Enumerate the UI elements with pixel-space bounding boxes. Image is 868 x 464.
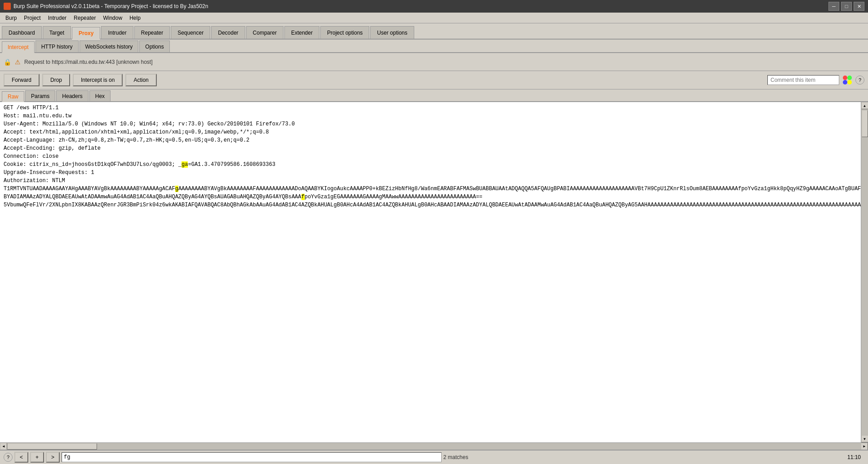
sub-tabs: Intercept HTTP history WebSockets histor… [0, 40, 868, 53]
nav-add-button[interactable]: + [30, 452, 44, 463]
scroll-left-arrow[interactable]: ◀ [0, 443, 7, 450]
menu-project[interactable]: Project [20, 14, 44, 22]
svg-point-2 [843, 80, 847, 85]
h-scroll-track[interactable] [7, 443, 861, 450]
svg-point-0 [843, 76, 847, 80]
svg-point-3 [847, 80, 852, 85]
close-button[interactable]: ✕ [854, 2, 864, 11]
subtab-intercept[interactable]: Intercept [2, 41, 35, 53]
horizontal-scrollbar[interactable]: ◀ ▶ [0, 442, 868, 450]
menu-bar: Burp Project Intruder Repeater Window He… [0, 13, 868, 23]
req-line-7: Connection: close [4, 152, 857, 161]
tab-target[interactable]: Target [43, 26, 71, 39]
minimize-button[interactable]: ─ [828, 2, 839, 11]
tab-project-options[interactable]: Project options [320, 26, 369, 39]
editor-tab-params[interactable]: Params [25, 90, 55, 101]
button-bar: Forward Drop Intercept is on Action ? [0, 71, 868, 89]
status-help-button[interactable]: ? [4, 453, 13, 462]
req-line-3: User-Agent: Mozilla/5.0 (Windows NT 10.0… [4, 120, 857, 128]
tab-dashboard[interactable]: Dashboard [2, 26, 42, 39]
lock-icon: 🔒 [4, 58, 11, 66]
editor-tab-hex[interactable]: Hex [89, 90, 111, 101]
window-controls[interactable]: ─ □ ✕ [828, 2, 864, 11]
tab-decoder[interactable]: Decoder [211, 26, 245, 39]
req-line-6: Accept-Encoding: gzip, deflate [4, 144, 857, 152]
req-line-11: T1RMTVNTUAADAAAAGAAYAHgAAABYAVgBkAAAAAAA… [4, 185, 857, 193]
tab-extender[interactable]: Extender [284, 26, 319, 39]
subtab-websockets-history[interactable]: WebSockets history [80, 40, 139, 52]
nav-prev-button[interactable]: < [14, 452, 28, 463]
tab-proxy[interactable]: Proxy [72, 27, 100, 40]
tab-user-options[interactable]: User options [370, 26, 414, 39]
help-button[interactable]: ? [855, 76, 864, 85]
req-line-13: 5VbumwQFeFlVr/2XNLpbnIX8KABAAzQRenrJGR3B… [4, 201, 857, 209]
window-title: Burp Suite Professional v2.0.11beta - Te… [13, 3, 828, 9]
req-line-8: Cookie: citrix_ns_id=jhoosGstD1kqOF7whD3… [4, 161, 857, 169]
action-button[interactable]: Action [125, 74, 156, 86]
content-area: GET /ews HTTP/1.1 Host: mail.ntu.edu.tw … [0, 102, 868, 442]
request-content[interactable]: GET /ews HTTP/1.1 Host: mail.ntu.edu.tw … [0, 102, 861, 442]
req-line-2: Host: mail.ntu.edu.tw [4, 112, 857, 120]
menu-window[interactable]: Window [99, 14, 126, 22]
editor-tab-headers[interactable]: Headers [56, 90, 88, 101]
forward-button[interactable]: Forward [4, 74, 40, 86]
menu-repeater[interactable]: Repeater [70, 14, 99, 22]
maximize-button[interactable]: □ [841, 2, 852, 11]
warning-icon: ⚠ [15, 58, 21, 66]
intercept-is-on-button[interactable]: Intercept is on [73, 74, 123, 86]
subtab-options[interactable]: Options [139, 40, 169, 52]
tab-repeater[interactable]: Repeater [134, 26, 170, 39]
scroll-down-arrow[interactable]: ▼ [861, 435, 868, 442]
scroll-up-arrow[interactable]: ▲ [861, 102, 868, 109]
req-line-12: BYADIAMAAzADYALQBDAEEAUwAtADAAmwAuAG4AdA… [4, 193, 857, 201]
action-bar: 🔒 ⚠ Request to https://mail.ntu.edu.tw:4… [0, 53, 868, 71]
req-line-4: Accept: text/html,application/xhtml+xml,… [4, 128, 857, 136]
req-line-9: Upgrade-Insecure-Requests: 1 [4, 169, 857, 177]
menu-help[interactable]: Help [126, 14, 144, 22]
nav-next-button[interactable]: > [46, 452, 60, 463]
scroll-track[interactable] [861, 109, 868, 435]
tab-intruder[interactable]: Intruder [101, 26, 133, 39]
req-line-1: GET /ews HTTP/1.1 [4, 104, 857, 112]
scroll-thumb[interactable] [862, 110, 868, 137]
tab-sequencer[interactable]: Sequencer [171, 26, 210, 39]
vertical-scrollbar[interactable]: ▲ ▼ [861, 102, 868, 442]
title-bar: Burp Suite Professional v2.0.11beta - Te… [0, 0, 868, 13]
request-info: Request to https://mail.ntu.edu.tw:443 [… [24, 59, 153, 65]
status-bar: ? < + > 2 matches 11:10 [0, 450, 868, 464]
main-tabs: Dashboard Target Proxy Intruder Repeater… [0, 23, 868, 40]
req-line-10: Authorization: NTLM [4, 177, 857, 185]
tab-comparer[interactable]: Comparer [246, 26, 283, 39]
editor-tab-raw[interactable]: Raw [2, 91, 24, 102]
menu-intruder[interactable]: Intruder [44, 14, 70, 22]
subtab-http-history[interactable]: HTTP history [35, 40, 79, 52]
menu-burp[interactable]: Burp [2, 14, 20, 22]
status-time: 11:10 [847, 454, 864, 460]
comment-input[interactable] [767, 75, 839, 85]
color-picker-icon[interactable] [842, 75, 853, 85]
search-input[interactable] [62, 452, 442, 462]
match-count: 2 matches [443, 454, 468, 460]
app-icon [4, 3, 11, 10]
svg-point-1 [847, 76, 852, 80]
h-scroll-thumb[interactable] [7, 443, 97, 450]
scroll-right-arrow[interactable]: ▶ [861, 443, 868, 450]
editor-tabs: Raw Params Headers Hex [0, 89, 868, 102]
req-line-5: Accept-Language: zh-CN,zh;q=0.8,zh-TW;q=… [4, 136, 857, 144]
drop-button[interactable]: Drop [42, 74, 70, 86]
